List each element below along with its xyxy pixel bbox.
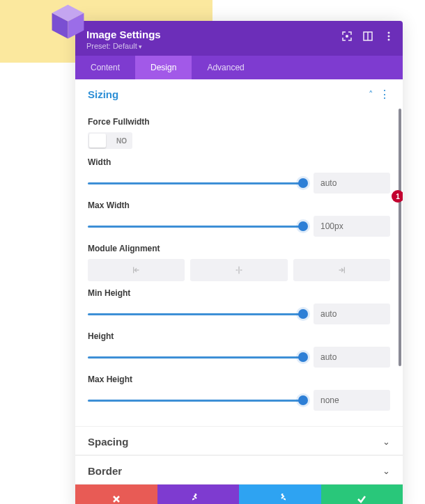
panel-header: Image Settings Preset: Default <box>75 21 403 56</box>
slider-min-height[interactable] <box>88 313 304 315</box>
section-border-head[interactable]: Border ⌄ <box>75 456 403 485</box>
slider-thumb[interactable] <box>298 395 308 405</box>
footer-bar <box>75 485 403 504</box>
panel-icon[interactable] <box>362 31 373 45</box>
label-width: Width <box>88 157 390 167</box>
section-sizing-body: Force Fullwidth NO Width Max Width 1 M <box>75 107 403 426</box>
tab-content[interactable]: Content <box>75 56 135 79</box>
toggle-force-fullwidth[interactable]: NO <box>88 132 132 149</box>
toggle-knob <box>89 134 106 148</box>
svg-point-7 <box>388 36 390 38</box>
label-module-alignment: Module Alignment <box>88 244 390 253</box>
input-height[interactable] <box>314 347 390 368</box>
input-width[interactable] <box>314 173 390 194</box>
label-height: Height <box>88 331 390 341</box>
panel-body: Sizing ˄ ⋮ Force Fullwidth NO Width Max … <box>75 79 403 485</box>
scrollbar[interactable] <box>399 109 401 366</box>
label-max-height: Max Height <box>88 375 390 384</box>
tabbar: Content Design Advanced <box>75 56 403 79</box>
align-center-button[interactable] <box>190 259 287 281</box>
chevron-up-icon: ˄ <box>369 89 373 100</box>
section-spacing-head[interactable]: Spacing ⌄ <box>75 427 403 455</box>
chevron-down-icon: ⌄ <box>382 466 390 476</box>
svg-point-3 <box>346 36 348 38</box>
input-max-width[interactable] <box>314 216 390 237</box>
kebab-menu-icon[interactable] <box>383 31 394 45</box>
chevron-down-icon: ⌄ <box>382 436 390 447</box>
redo-button[interactable] <box>239 485 321 504</box>
toggle-value: NO <box>116 137 127 145</box>
input-min-height[interactable] <box>314 304 390 324</box>
slider-max-width[interactable] <box>88 226 304 228</box>
slider-max-height[interactable] <box>88 400 304 402</box>
section-title-spacing: Spacing <box>88 436 382 448</box>
align-left-button[interactable] <box>88 259 185 281</box>
expand-icon[interactable] <box>341 31 353 45</box>
undo-button[interactable] <box>157 485 240 504</box>
slider-height[interactable] <box>88 356 304 359</box>
section-title-border: Border <box>88 465 382 477</box>
label-min-height: Min Height <box>88 288 390 298</box>
section-menu-icon[interactable]: ⋮ <box>379 90 390 99</box>
annotation-badge-1: 1 <box>392 190 403 203</box>
label-max-width: Max Width <box>88 200 390 210</box>
close-button[interactable] <box>75 485 157 504</box>
label-force-fullwidth: Force Fullwidth <box>88 117 390 127</box>
tab-advanced[interactable]: Advanced <box>192 56 259 79</box>
svg-point-8 <box>388 39 390 41</box>
tab-design[interactable]: Design <box>135 56 192 79</box>
align-right-button[interactable] <box>293 259 390 281</box>
cube-icon <box>49 3 87 42</box>
svg-point-6 <box>388 32 390 34</box>
slider-thumb[interactable] <box>298 221 308 231</box>
section-title-sizing: Sizing <box>88 88 369 100</box>
section-sizing-head[interactable]: Sizing ˄ ⋮ <box>75 79 403 107</box>
slider-thumb[interactable] <box>298 352 308 362</box>
slider-thumb[interactable] <box>298 178 308 188</box>
save-button[interactable] <box>321 485 403 504</box>
input-max-height[interactable] <box>314 390 390 411</box>
slider-width[interactable] <box>88 182 304 184</box>
settings-panel: Image Settings Preset: Default <box>75 21 403 504</box>
slider-thumb[interactable] <box>298 309 308 319</box>
